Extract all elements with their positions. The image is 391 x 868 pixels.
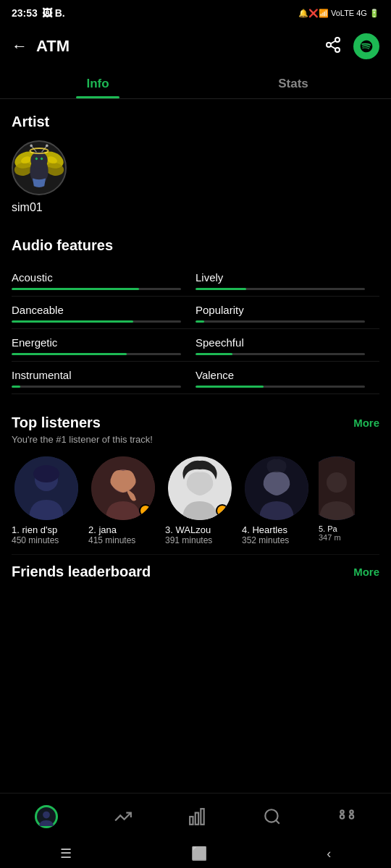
android-back-btn[interactable]: ‹ xyxy=(327,846,331,861)
svg-point-40 xyxy=(350,810,353,813)
feature-danceable-fill xyxy=(12,320,133,323)
feature-energetic: Energetic xyxy=(12,329,196,362)
listener-minutes-3: 391 minutes xyxy=(165,535,235,545)
svg-line-3 xyxy=(331,46,336,49)
feature-popularity: Popularity xyxy=(196,297,379,329)
listener-item-4: 4. Heartles 352 minutes xyxy=(242,456,311,545)
feature-popularity-label: Popularity xyxy=(196,304,365,316)
friends-more-btn[interactable]: More xyxy=(353,566,379,578)
listener-avatar-5 xyxy=(319,456,355,520)
friends-leaderboard-header: Friends leaderboard More xyxy=(12,563,379,580)
top-nav: ← ATM xyxy=(0,26,391,67)
nav-item-more[interactable] xyxy=(327,804,366,829)
listener-item-1: 1. rien d'sp 450 minutes xyxy=(12,456,81,545)
feature-danceable: Danceable xyxy=(12,297,196,329)
battery-icon: 🔔❌📶 VoLTE 4G 🔋 xyxy=(298,9,379,18)
feature-lively: Lively xyxy=(196,264,379,297)
artist-name: sim01 xyxy=(12,201,379,214)
feature-danceable-track xyxy=(12,320,181,323)
feature-danceable-label: Danceable xyxy=(12,304,181,316)
artist-section: Artist xyxy=(12,99,379,223)
listener-badge-3 xyxy=(216,504,229,517)
listener-name-1: 1. rien d'sp xyxy=(12,524,81,535)
svg-point-0 xyxy=(335,38,340,42)
android-nav: ☰ ⬜ ‹ xyxy=(0,839,391,868)
audio-features-label: Audio features xyxy=(12,223,379,264)
tabs: Info Stats xyxy=(0,67,391,99)
listener-minutes-1: 450 minutes xyxy=(12,535,81,545)
bottom-nav xyxy=(0,793,391,839)
status-bar: 23:53 🖼 B. 🔔❌📶 VoLTE 4G 🔋 xyxy=(0,0,391,26)
svg-point-2 xyxy=(335,48,340,52)
feature-instrumental: Instrumental xyxy=(12,362,196,394)
tab-info[interactable]: Info xyxy=(0,67,196,98)
top-listeners-label: Top listeners xyxy=(12,414,101,431)
svg-rect-32 xyxy=(190,817,193,825)
feature-acoustic: Acoustic xyxy=(12,264,196,297)
listener-avatar-3 xyxy=(168,456,232,520)
svg-point-31 xyxy=(43,811,51,818)
nav-item-charts[interactable] xyxy=(178,804,217,829)
feature-speechful-fill xyxy=(196,353,232,355)
features-grid: Acoustic Lively Danceable xyxy=(12,264,379,394)
main-content: Artist xyxy=(0,99,391,686)
listener-item-5: 5. Pa 347 m xyxy=(319,456,355,545)
listener-minutes-4: 352 minutes xyxy=(242,535,311,545)
nav-item-profile[interactable] xyxy=(25,802,68,831)
listener-minutes-5: 347 m xyxy=(319,533,355,542)
feature-speechful-label: Speechful xyxy=(196,336,365,349)
status-time: 23:53 xyxy=(12,7,38,19)
feature-energetic-label: Energetic xyxy=(12,336,181,349)
listener-name-2: 2. jana xyxy=(88,524,158,535)
top-listeners-more[interactable]: More xyxy=(353,417,379,429)
svg-point-38 xyxy=(349,814,353,818)
feature-speechful-track xyxy=(196,353,365,355)
tab-stats[interactable]: Stats xyxy=(196,67,391,98)
top-listeners-header: Top listeners More xyxy=(12,414,379,431)
listener-avatar-2 xyxy=(91,456,155,520)
listener-avatar-1 xyxy=(14,456,78,520)
feature-acoustic-label: Acoustic xyxy=(12,271,181,284)
spotify-icon[interactable] xyxy=(353,33,379,59)
listener-badge-2 xyxy=(139,504,152,517)
listener-name-4: 4. Heartles xyxy=(242,524,311,535)
feature-lively-label: Lively xyxy=(196,271,365,284)
feature-instrumental-fill xyxy=(12,386,20,388)
feature-lively-track xyxy=(196,288,365,290)
nav-item-activity[interactable] xyxy=(104,804,143,829)
listeners-row: 1. rien d'sp 450 minutes 2. jana xyxy=(12,456,379,545)
feature-acoustic-fill xyxy=(12,288,139,290)
feature-valence-fill xyxy=(196,386,264,388)
nav-item-search[interactable] xyxy=(253,804,292,829)
svg-point-1 xyxy=(327,43,331,47)
feature-instrumental-label: Instrumental xyxy=(12,369,181,381)
svg-line-4 xyxy=(331,41,336,44)
feature-valence: Valence xyxy=(196,362,379,394)
back-button[interactable]: ← xyxy=(12,37,28,56)
status-icons: 🖼 B. xyxy=(42,7,65,19)
svg-point-37 xyxy=(340,814,343,818)
svg-rect-34 xyxy=(201,809,203,825)
share-icon[interactable] xyxy=(324,36,342,56)
svg-point-21 xyxy=(33,465,59,482)
listener-minutes-2: 415 minutes xyxy=(88,535,158,545)
artist-avatar xyxy=(12,140,67,195)
svg-rect-33 xyxy=(196,812,198,824)
svg-point-15 xyxy=(30,145,33,148)
svg-point-17 xyxy=(46,145,49,148)
top-listeners-subtitle: You're the #1 listener of this track! xyxy=(12,434,379,445)
friends-section: Friends leaderboard More xyxy=(12,554,379,592)
android-home-btn[interactable]: ⬜ xyxy=(191,846,207,861)
listener-item-2: 2. jana 415 minutes xyxy=(88,456,158,545)
android-menu-btn[interactable]: ☰ xyxy=(60,846,72,861)
svg-point-39 xyxy=(340,810,343,813)
feature-popularity-fill xyxy=(196,320,204,323)
listener-item-3: 3. WALzou 391 minutes xyxy=(165,456,235,545)
status-left: 23:53 🖼 B. xyxy=(12,7,65,19)
feature-speechful: Speechful xyxy=(196,329,379,362)
nav-icons xyxy=(324,33,379,59)
svg-point-35 xyxy=(265,809,277,822)
artist-section-label: Artist xyxy=(12,99,379,140)
feature-instrumental-track xyxy=(12,386,181,388)
feature-acoustic-track xyxy=(12,288,181,290)
